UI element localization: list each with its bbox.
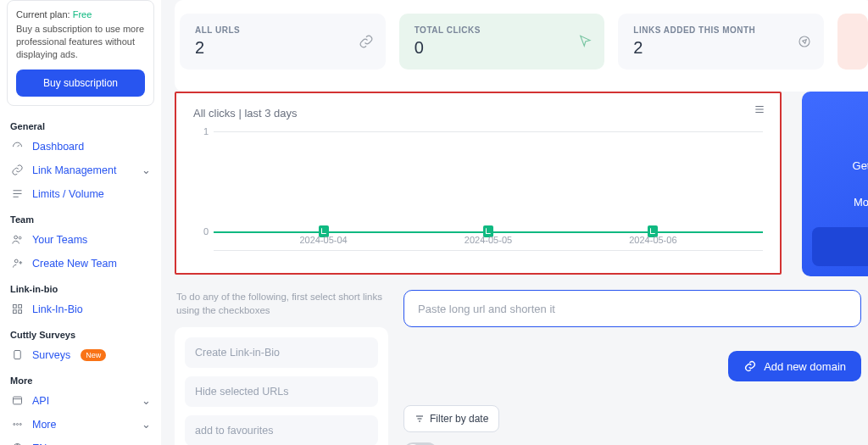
chart-title: All clicks | last 3 days <box>193 107 763 120</box>
main: ALL URLS 2 TOTAL CLICKS 0 LINKS ADDED TH… <box>161 0 868 445</box>
sidebar-item-label: Link-In-Bio <box>32 303 83 315</box>
nav-section-surveys: Cuttly Surveys <box>0 321 161 343</box>
svg-rect-7 <box>14 351 20 359</box>
sidebar-item-label: Your Teams <box>32 234 87 246</box>
svg-rect-8 <box>13 397 21 404</box>
hide-urls-button[interactable]: Hide selected URLs <box>185 376 378 407</box>
stats-row: ALL URLS 2 TOTAL CLICKS 0 LINKS ADDED TH… <box>180 5 868 83</box>
stat-label: ALL URLS <box>195 25 370 35</box>
chart-plot: 1 0 2024-05-04 2024-05-05 2024-05-06 <box>193 131 763 250</box>
x-tick: 2024-05-06 <box>629 235 676 245</box>
shorten-url-input[interactable] <box>403 290 861 327</box>
filter-by-date-button[interactable]: Filter by date <box>403 405 499 432</box>
svg-point-9 <box>13 424 14 426</box>
plan-desc: Buy a subscription to use more professio… <box>16 23 145 61</box>
users-icon <box>10 233 24 247</box>
create-linkinbio-button[interactable]: Create Link-in-Bio <box>185 337 378 368</box>
sidebar-item-your-teams[interactable]: Your Teams <box>0 228 161 252</box>
nav-section-general: General <box>0 113 161 135</box>
promo-text: Get <box>853 159 868 172</box>
plan-name: Free <box>73 9 92 19</box>
plan-prefix: Current plan: <box>16 9 70 19</box>
promo-text: Mo <box>854 196 868 209</box>
sidebar-item-label: Link Management <box>32 164 116 176</box>
svg-rect-5 <box>13 310 16 314</box>
clipboard-icon <box>10 348 24 362</box>
plan-card: Current plan: Free Buy a subscription to… <box>7 0 154 106</box>
stat-value: 2 <box>633 38 809 58</box>
compass-icon <box>797 34 812 49</box>
y-tick: 0 <box>203 226 209 236</box>
x-tick: 2024-05-04 <box>299 235 347 245</box>
svg-point-1 <box>19 236 21 239</box>
svg-rect-3 <box>13 305 16 309</box>
sidebar-item-language[interactable]: EN ⌄ <box>0 437 161 445</box>
stat-value: 0 <box>415 38 590 58</box>
new-badge: New <box>81 349 106 361</box>
cursor-icon <box>577 34 593 49</box>
chart-card: All clicks | last 3 days 1 0 <box>175 92 782 275</box>
dots-icon <box>10 418 24 431</box>
promo-cta[interactable] <box>812 227 868 266</box>
sidebar-item-label: Surveys <box>32 349 70 361</box>
sidebar-item-link-management[interactable]: Link Management ⌄ <box>0 159 161 182</box>
globe-icon <box>10 442 24 445</box>
filter-icon <box>415 414 425 424</box>
grid-icon <box>10 303 24 316</box>
lines-icon <box>10 187 24 201</box>
chart-menu-icon[interactable] <box>753 103 766 118</box>
user-plus-icon <box>10 257 24 270</box>
stat-total-clicks: TOTAL CLICKS 0 <box>399 14 605 70</box>
chevron-down-icon: ⌄ <box>142 442 151 445</box>
stat-value: 2 <box>195 38 370 58</box>
add-domain-button[interactable]: Add new domain <box>728 351 861 381</box>
nav-section-more: More <box>0 367 161 389</box>
sidebar-item-more[interactable]: More ⌄ <box>0 413 161 437</box>
chevron-down-icon: ⌄ <box>142 418 151 431</box>
svg-point-11 <box>19 424 21 426</box>
link-icon <box>743 359 757 373</box>
stat-overflow <box>837 14 868 70</box>
sidebar-item-label: Limits / Volume <box>32 188 104 200</box>
code-icon <box>10 394 24 408</box>
y-tick: 1 <box>203 126 209 136</box>
buy-subscription-button[interactable]: Buy subscription <box>16 70 145 97</box>
sidebar-item-create-team[interactable]: Create New Team <box>0 252 161 275</box>
sidebar-item-surveys[interactable]: Surveys New <box>0 343 161 367</box>
sidebar-item-limits[interactable]: Limits / Volume <box>0 182 161 206</box>
promo-card[interactable]: Get Mo <box>802 92 868 276</box>
sidebar-item-api[interactable]: API ⌄ <box>0 389 161 413</box>
svg-point-2 <box>14 259 18 263</box>
chevron-down-icon: ⌄ <box>142 164 151 176</box>
link-icon <box>10 164 24 177</box>
sidebar: Current plan: Free Buy a subscription to… <box>0 0 161 445</box>
sidebar-item-label: More <box>32 419 56 431</box>
nav-section-team: Team <box>0 206 161 228</box>
sidebar-item-label: API <box>32 395 49 407</box>
gauge-icon <box>10 140 24 153</box>
svg-point-10 <box>16 424 18 426</box>
filter-label: Filter by date <box>430 413 488 425</box>
bulk-action-hint: To do any of the following, first select… <box>175 290 388 327</box>
svg-point-0 <box>14 236 17 239</box>
nav-section-linkinbio: Link-in-bio <box>0 275 161 298</box>
stat-all-urls: ALL URLS 2 <box>180 14 386 70</box>
sidebar-item-label: Create New Team <box>32 258 117 270</box>
sidebar-item-label: Dashboard <box>32 141 84 153</box>
stat-label: LINKS ADDED THIS MONTH <box>633 25 809 35</box>
chevron-down-icon: ⌄ <box>142 394 151 407</box>
stat-links-month: LINKS ADDED THIS MONTH 2 <box>618 14 824 70</box>
add-domain-label: Add new domain <box>764 360 846 373</box>
x-tick: 2024-05-05 <box>465 235 512 245</box>
link-icon <box>359 34 374 49</box>
add-favourites-button[interactable]: add to favourites <box>185 415 378 445</box>
stat-label: TOTAL CLICKS <box>415 25 590 35</box>
sidebar-item-label: EN <box>32 442 47 445</box>
svg-rect-4 <box>18 305 21 309</box>
sidebar-item-dashboard[interactable]: Dashboard <box>0 135 161 159</box>
sidebar-item-linkinbio[interactable]: Link-In-Bio <box>0 298 161 321</box>
svg-rect-6 <box>18 310 21 314</box>
svg-point-15 <box>799 36 810 47</box>
